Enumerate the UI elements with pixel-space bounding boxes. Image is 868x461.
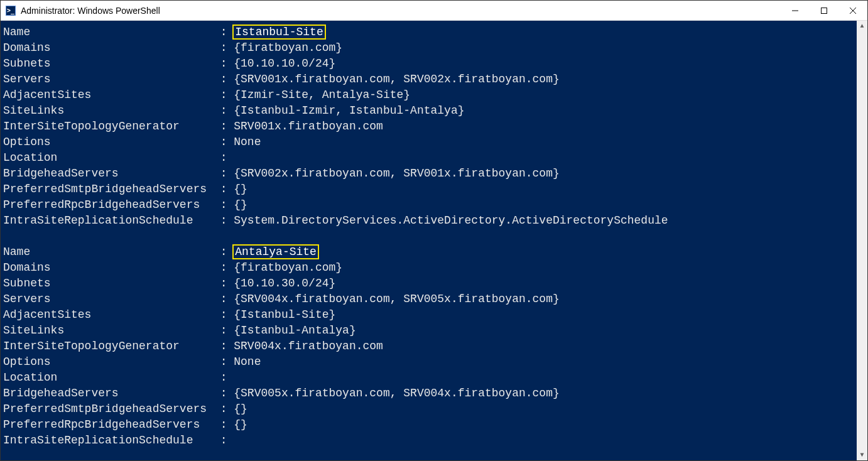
field-value: {firatboyan.com} — [234, 261, 342, 274]
field-value: {10.10.30.0/24} — [234, 277, 335, 290]
field-label: IntraSiteReplicationSchedule — [3, 214, 214, 227]
field-label: PreferredRpcBridgeheadServers — [3, 418, 214, 431]
field-separator: : — [214, 371, 234, 384]
output-row: SiteLinks : {Istanbul-Izmir, Istanbul-An… — [3, 103, 857, 119]
field-value: {} — [234, 183, 247, 195]
field-separator: : — [214, 277, 234, 290]
field-separator: : — [214, 403, 234, 415]
field-value: {firatboyan.com} — [234, 41, 342, 54]
field-label: BridgeheadServers — [3, 167, 214, 180]
field-value: {} — [234, 198, 247, 211]
output-row: Location : — [3, 150, 857, 166]
highlighted-value: Istanbul-Site — [234, 26, 324, 38]
window-controls — [781, 1, 867, 20]
field-separator: : — [214, 120, 234, 133]
field-label: AdjacentSites — [3, 89, 214, 101]
field-value: Antalya-Site — [234, 246, 318, 258]
output-row: Name : Istanbul-Site — [3, 24, 857, 40]
field-value: None — [234, 355, 261, 368]
output-row: Servers : {SRV004x.firatboyan.com, SRV00… — [3, 291, 857, 307]
field-separator: : — [214, 89, 234, 101]
minimize-icon — [792, 8, 798, 14]
field-value: {SRV005x.firatboyan.com, SRV004x.firatbo… — [234, 387, 559, 399]
field-separator: : — [214, 308, 234, 321]
field-label: SiteLinks — [3, 324, 214, 337]
field-label: Options — [3, 136, 214, 148]
field-value: {SRV004x.firatboyan.com, SRV005x.firatbo… — [234, 293, 559, 305]
vertical-scrollbar[interactable]: ▲ ▼ — [857, 21, 867, 460]
field-separator: : — [214, 324, 234, 337]
field-separator: : — [214, 136, 234, 148]
field-label: Domains — [3, 261, 214, 274]
output-row: AdjacentSites : {Istanbul-Site} — [3, 307, 857, 323]
field-label: Subnets — [3, 57, 214, 70]
field-value: System.DirectoryServices.ActiveDirectory… — [234, 214, 668, 227]
field-label: AdjacentSites — [3, 308, 214, 321]
field-value: {Istanbul-Antalya} — [234, 324, 355, 337]
field-label: Location — [3, 371, 214, 384]
scroll-down-arrow[interactable]: ▼ — [857, 450, 867, 460]
scroll-up-arrow[interactable]: ▲ — [857, 21, 867, 31]
minimize-button[interactable] — [781, 1, 810, 20]
field-value: {10.10.10.0/24} — [234, 57, 335, 70]
output-row: AdjacentSites : {Izmir-Site, Antalya-Sit… — [3, 87, 857, 103]
output-row: PreferredRpcBridgeheadServers : {} — [3, 197, 857, 213]
output-row: BridgeheadServers : {SRV005x.firatboyan.… — [3, 386, 857, 401]
field-label: Name — [3, 246, 214, 258]
output-row: SiteLinks : {Istanbul-Antalya} — [3, 323, 857, 339]
powershell-window: >_ Administrator: Windows PowerShell Nam… — [0, 0, 868, 461]
field-separator: : — [214, 387, 234, 399]
field-value: {Izmir-Site, Antalya-Site} — [234, 89, 410, 101]
output-row: PreferredSmtpBridgeheadServers : {} — [3, 401, 857, 417]
field-label: BridgeheadServers — [3, 387, 214, 399]
field-separator: : — [214, 26, 234, 38]
field-separator: : — [214, 246, 234, 258]
output-row: Subnets : {10.10.30.0/24} — [3, 276, 857, 291]
field-separator: : — [214, 198, 234, 211]
field-separator: : — [214, 214, 234, 227]
field-value: SRV004x.firatboyan.com — [234, 340, 383, 352]
field-separator: : — [214, 151, 234, 164]
field-separator: : — [214, 261, 234, 274]
output-row: Options : None — [3, 134, 857, 150]
field-value: {Istanbul-Izmir, Istanbul-Antalya} — [234, 104, 464, 117]
field-separator: : — [214, 57, 234, 70]
field-separator: : — [214, 434, 234, 447]
output-row: IntraSiteReplicationSchedule : — [3, 433, 857, 448]
output-row: BridgeheadServers : {SRV002x.firatboyan.… — [3, 166, 857, 182]
output-row: Servers : {SRV001x.firatboyan.com, SRV00… — [3, 72, 857, 87]
output-row: Location : — [3, 370, 857, 386]
maximize-icon — [821, 8, 827, 14]
field-label: SiteLinks — [3, 104, 214, 117]
output-row: Domains : {firatboyan.com} — [3, 260, 857, 276]
close-button[interactable] — [838, 1, 867, 20]
output-row: InterSiteTopologyGenerator : SRV004x.fir… — [3, 339, 857, 354]
field-label: IntraSiteReplicationSchedule — [3, 434, 214, 447]
field-separator: : — [214, 293, 234, 305]
field-label: Location — [3, 151, 214, 164]
output-row: Subnets : {10.10.10.0/24} — [3, 56, 857, 72]
titlebar[interactable]: >_ Administrator: Windows PowerShell — [1, 1, 867, 21]
output-row: PreferredRpcBridgeheadServers : {} — [3, 417, 857, 433]
field-label: Subnets — [3, 277, 214, 290]
field-separator: : — [214, 355, 234, 368]
highlighted-value: Antalya-Site — [234, 246, 318, 258]
output-row: Options : None — [3, 354, 857, 370]
field-value: SRV001x.firatboyan.com — [234, 120, 383, 133]
output-row: PreferredSmtpBridgeheadServers : {} — [3, 182, 857, 197]
field-value: Istanbul-Site — [234, 26, 324, 38]
maximize-button[interactable] — [810, 1, 838, 20]
field-label: Servers — [3, 73, 214, 85]
field-label: Servers — [3, 293, 214, 305]
field-label: Domains — [3, 41, 214, 54]
output-row: InterSiteTopologyGenerator : SRV001x.fir… — [3, 119, 857, 134]
field-label: PreferredSmtpBridgeheadServers — [3, 183, 214, 195]
field-value: {} — [234, 403, 247, 415]
svg-rect-0 — [822, 8, 827, 13]
field-value: {Istanbul-Site} — [234, 308, 335, 321]
terminal-output[interactable]: Name : Istanbul-SiteDomains : {firatboya… — [1, 21, 857, 460]
field-separator: : — [214, 41, 234, 54]
field-separator: : — [214, 167, 234, 180]
field-value: None — [234, 136, 261, 148]
field-separator: : — [214, 418, 234, 431]
